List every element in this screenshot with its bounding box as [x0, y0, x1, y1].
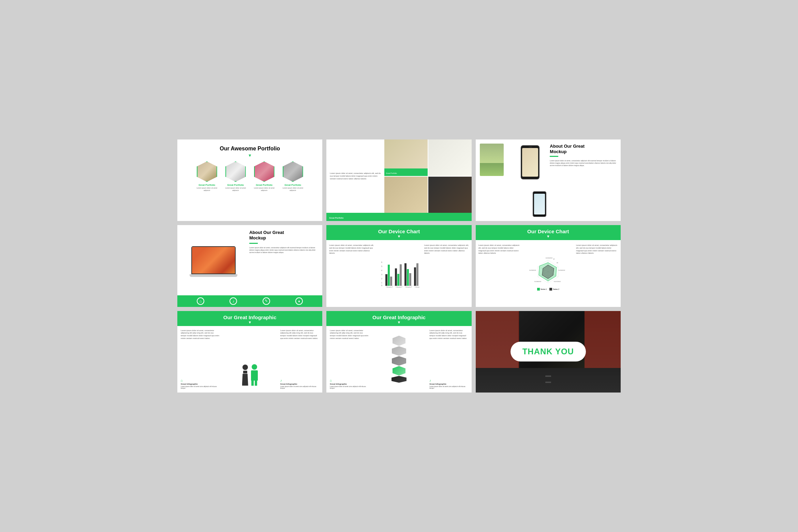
- portfolio-item-3: Great Portfolio Lorem ipsum dolor sit am…: [252, 161, 276, 191]
- slide7-right: Lorem ipsum dolor sit amet, consectetur …: [280, 329, 319, 389]
- portfolio-items: Great Portfolio Lorem ipsum dolor sit am…: [195, 161, 305, 191]
- legend-label-1: Series 1: [541, 288, 547, 290]
- slide7-right-text: Lorem ipsum dolor sit amet, consectetur …: [280, 329, 319, 340]
- slide7-right-subdesc: Lorem ipsum dolor sit amet cons adipisci…: [280, 386, 319, 389]
- shape-middle-light: [392, 346, 406, 356]
- img-dark: [428, 177, 472, 213]
- portfolio-desc-2: Lorem ipsum dolor sit amet adipiscin: [224, 187, 248, 191]
- slide4-laptop: [182, 230, 245, 293]
- portfolio-desc-3: Lorem ipsum dolor sit amet adipiscin: [252, 187, 276, 191]
- icon-wrench: ✎: [263, 297, 270, 305]
- building-facade: [480, 144, 504, 163]
- slide8-left: Lorem ipsum dolor sit amet, consectetur …: [330, 329, 368, 389]
- slide6-radar-area: 01/05/2002 40 30 01/06/2002 01/07/2002 0…: [523, 243, 573, 304]
- slide3-text: About Our GreatMockup Lorem ipsum dolor …: [550, 144, 617, 217]
- slide6-content: Lorem ipsum dolor sit amet, consectetur …: [476, 240, 621, 307]
- svg-text:30: 30: [557, 262, 558, 264]
- shape-middle-dark: [392, 356, 406, 366]
- slide7-left: Lorem ipsum dolor sit amet, consectetur …: [181, 329, 219, 389]
- icon-bell: ♪: [230, 297, 237, 305]
- slide4-body: Lorem ipsum dolor sit amet, consectetur …: [249, 247, 317, 254]
- portfolio-label-2: Great Portfolio: [227, 184, 244, 186]
- phone-large: [521, 145, 540, 179]
- slide-infographic-shapes: Our Great Infographic ▼ Lorem ipsum dolo…: [326, 311, 471, 393]
- svg-rect-11: [395, 268, 397, 286]
- legend-label-2: Series 2: [553, 288, 559, 290]
- building-base: [480, 163, 504, 176]
- slide8-left-subdesc: Lorem ipsum dolor sit amet cons adipisci…: [330, 386, 368, 389]
- slide4-footer: ⌂ ♪ ✎ ♦: [177, 295, 322, 307]
- img1-label: Great Portfolio: [384, 168, 428, 176]
- slide-grid: Our Awesome Portfolio ▼ Great Portfolio …: [177, 139, 621, 393]
- shape-black: [391, 376, 407, 383]
- svg-rect-16: [409, 273, 411, 286]
- slide8-left-label-area: ⌂ Great Infographic Lorem ipsum dolor si…: [330, 377, 368, 389]
- svg-text:01/08/2002: 01/08/2002: [534, 281, 542, 282]
- hex-img-4: [283, 162, 302, 181]
- slide8-header: Our Great Infographic ▼: [326, 311, 471, 326]
- svg-text:3: 3: [381, 274, 382, 276]
- person-female: [242, 365, 248, 386]
- slide7-header: Our Great Infographic ▼: [177, 311, 322, 326]
- svg-rect-15: [407, 269, 409, 286]
- slide7-right-label-area: ♪ Great Infographic Lorem ipsum dolor si…: [280, 379, 319, 389]
- leg-right: [255, 381, 257, 386]
- icon-tag: ♦: [295, 297, 303, 305]
- svg-rect-17: [414, 267, 416, 286]
- portfolio-item-1: Great Portfolio Lorem ipsum dolor sit am…: [195, 161, 219, 191]
- slide8-chevron: ▼: [331, 320, 467, 324]
- slide5-header: Our Device Chart ▼: [326, 225, 471, 240]
- shape-green: [393, 366, 405, 375]
- svg-text:Category 1: Category 1: [386, 286, 393, 288]
- slide6-left-text: Lorem ipsum dolor sit amet, consectetur …: [478, 243, 520, 304]
- svg-text:01/07/2002: 01/07/2002: [554, 281, 561, 282]
- slide-mockup-phones: About Our GreatMockup Lorem ipsum dolor …: [476, 139, 621, 221]
- slide-thank-you: THANK YOU: [476, 311, 621, 393]
- slide8-right-label: Great Infographic: [429, 383, 468, 385]
- slide7-left-label-area: ⌂ Great Infographic Lorem ipsum dolor si…: [181, 379, 219, 389]
- building-image: [480, 144, 504, 176]
- radar-svg: 01/05/2002 40 30 01/06/2002 01/07/2002 0…: [529, 256, 567, 287]
- shape-top: [393, 336, 405, 346]
- person-shoulders-dark: [243, 371, 247, 373]
- laptop-base: [190, 274, 237, 277]
- phone-small-screen: [534, 194, 545, 215]
- svg-rect-12: [397, 274, 399, 286]
- person-dress-dark: [242, 374, 248, 386]
- slide6-chevron: ▼: [481, 234, 616, 238]
- person-head-green: [252, 364, 257, 370]
- svg-text:01/09/2002: 01/09/2002: [529, 269, 536, 271]
- slide5-right-text: Lorem ipsum dolor sit amet, consectetur …: [424, 243, 469, 304]
- portfolio-label-4: Great Portfolio: [284, 184, 301, 186]
- laptop-wrapper: [191, 246, 236, 277]
- svg-text:2: 2: [381, 278, 382, 280]
- portfolio-item-2: Great Portfolio Lorem ipsum dolor sit am…: [224, 161, 248, 191]
- slide8-home-icon: ⌂: [330, 379, 332, 382]
- slide5-title: Our Device Chart: [331, 228, 467, 234]
- slide-portfolio-images: Lorem ipsum dolor sit amet, consectetur …: [326, 139, 471, 221]
- bar-chart-svg: 6 5 4 3 2 1 0: [379, 259, 419, 288]
- svg-rect-18: [416, 263, 418, 286]
- icon-home: ⌂: [197, 297, 204, 305]
- person-head-dark: [242, 365, 248, 370]
- slide6-header: Our Device Chart ▼: [476, 225, 621, 240]
- img-hall: [384, 177, 428, 213]
- portfolio-label-1: Great Portfolio: [198, 184, 215, 186]
- slide7-right-label: Great Infographic: [280, 383, 319, 385]
- slide-bar-chart: Our Device Chart ▼ Lorem ipsum dolor sit…: [326, 225, 471, 307]
- slide3-green-line: [550, 156, 558, 157]
- slide8-right-text: Lorem ipsum dolor sit amet, consectetur …: [429, 329, 468, 340]
- slide7-bell-icon-right: ♪: [280, 379, 282, 382]
- phone-small: [533, 191, 546, 217]
- svg-text:6: 6: [381, 261, 382, 263]
- thank-you-text: THANK YOU: [522, 347, 574, 356]
- slide4-green-line: [249, 243, 258, 244]
- slide5-chart: 6 5 4 3 2 1 0: [376, 243, 421, 304]
- slide2-body-text: Lorem ipsum dolor sit amet, consectetur …: [330, 172, 381, 180]
- slide6-legend: Series 1 Series 2: [537, 288, 559, 291]
- phone-large-screen: [522, 148, 538, 177]
- slide5-chevron: ▼: [331, 234, 467, 238]
- slide2-footer-text: Great Portfolio: [329, 217, 343, 219]
- slide7-title: Our Great Infographic: [182, 314, 317, 320]
- slide8-content: Lorem ipsum dolor sit amet, consectetur …: [326, 326, 471, 393]
